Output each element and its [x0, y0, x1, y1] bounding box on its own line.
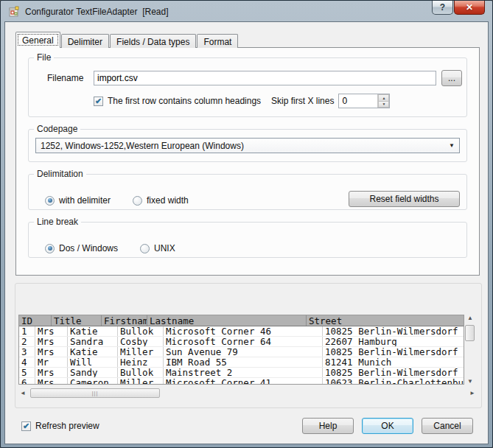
tab-general[interactable]: General [15, 32, 60, 48]
table-row[interactable]: 3 Mrs Katie Miller Sun Avenue 79 10825 B… [19, 347, 464, 357]
skip-lines-input[interactable] [339, 94, 377, 108]
preview-panel: IDTitleFirstnameLastnameStreetPostalCode… [15, 283, 482, 408]
scroll-left-icon[interactable]: ◄ [20, 390, 26, 396]
cell-postalcode-city: 10825 Berlin-Wilmersdorf [323, 326, 464, 336]
cell-lastname: Miller [118, 378, 164, 385]
preview-column-header: Title [52, 315, 102, 326]
first-row-checkbox[interactable]: ✔ [94, 97, 103, 106]
file-group-label: File [34, 52, 54, 63]
cell-firstname: Katie [68, 326, 118, 336]
horizontal-scrollbar-thumb[interactable]: ||| [30, 388, 160, 398]
preview-table-header: IDTitleFirstnameLastnameStreetPostalCode… [19, 315, 464, 326]
cell-lastname: Cosby [118, 337, 164, 346]
radio-fixed-width-label: fixed width [147, 195, 189, 206]
table-row[interactable]: 4 Mr Will Heinz IBM Road 55 81241 Munich [19, 357, 464, 368]
delimitation-group: Delimitation with delimiter fixed width … [28, 169, 467, 210]
reset-field-widths-button[interactable]: Reset field widths [349, 191, 460, 207]
cell-title: Mrs [35, 368, 68, 377]
cell-postalcode-city: 22607 Hamburg [323, 337, 464, 346]
check-icon: ✔ [23, 422, 29, 430]
tab-format[interactable]: Format [197, 34, 238, 48]
cell-street: Sun Avenue 79 [164, 347, 323, 357]
scroll-right-icon[interactable]: ► [469, 390, 475, 396]
cell-id: 4 [19, 357, 35, 367]
cell-street: Microsoft Corner 41 [164, 378, 323, 385]
delimitation-group-label: Delimitation [34, 169, 86, 179]
radio-dos-windows[interactable] [45, 244, 55, 253]
spinner-down-icon: ▼ [382, 102, 385, 106]
cell-firstname: Cameron [68, 378, 118, 385]
cell-title: Mrs [35, 326, 68, 336]
cell-lastname: Miller [118, 347, 164, 357]
tab-strip: General Delimiter Fields / Data types Fo… [15, 32, 488, 48]
table-row[interactable]: 1 Mrs Katie Bullok Microsoft Corner 46 1… [19, 326, 464, 337]
radio-with-delimiter-label: with delimiter [59, 195, 111, 206]
preview-column-header: Lastname [147, 315, 307, 326]
codepage-selected-value: 1252, Windows-1252,Western European (Win… [41, 141, 449, 151]
cell-street: Microsoft Corner 46 [164, 326, 323, 336]
codepage-select[interactable]: 1252, Windows-1252,Western European (Win… [35, 138, 460, 153]
refresh-preview-label: Refresh preview [35, 421, 99, 431]
first-row-checkbox-label: The first row contains column headings [108, 96, 261, 106]
cell-title: Mrs [35, 347, 68, 357]
filename-input[interactable] [94, 71, 436, 85]
tab-page-general: File Filename ... ✔ The first row contai… [15, 47, 480, 276]
preview-column-header: ID [19, 315, 52, 326]
preview-table-body: 1 Mrs Katie Bullok Microsoft Corner 46 1… [19, 326, 464, 385]
skip-lines-stepper: ▲ ▼ [338, 94, 390, 108]
cell-firstname: Sandra [68, 337, 118, 346]
radio-with-delimiter[interactable] [45, 196, 55, 206]
vertical-scrollbar-thumb[interactable] [465, 325, 475, 341]
spinner-down-button[interactable]: ▼ [378, 102, 389, 108]
close-icon: ✕ [466, 2, 473, 13]
table-row[interactable]: 6 Mrs Cameron Miller Microsoft Corner 41… [19, 378, 464, 385]
help-button[interactable]: Help [302, 418, 354, 434]
cell-firstname: Will [68, 357, 118, 367]
table-row[interactable]: 2 Mrs Sandra Cosby Microsoft Corner 64 2… [19, 337, 464, 347]
tab-delimiter[interactable]: Delimiter [61, 34, 109, 48]
linebreak-group: Line break Dos / Windows UNIX [28, 217, 467, 258]
cell-title: Mrs [35, 378, 68, 385]
preview-table[interactable]: IDTitleFirstnameLastnameStreetPostalCode… [18, 315, 464, 385]
radio-unix-label: UNIX [154, 243, 175, 253]
cell-lastname: Heinz [118, 357, 164, 367]
cell-postalcode-city: 81241 Munich [323, 357, 464, 367]
filename-label: Filename [47, 73, 94, 83]
scroll-up-icon[interactable]: ▲ [467, 315, 473, 321]
cell-postalcode-city: 10825 Berlin-Wilmersdorf [323, 368, 464, 377]
help-caption-button[interactable]: ? [432, 1, 453, 15]
close-button[interactable]: ✕ [454, 1, 485, 15]
radio-dos-windows-label: Dos / Windows [59, 243, 118, 253]
cell-title: Mr [35, 357, 68, 367]
scrollbar-grip-icon: ||| [92, 391, 98, 396]
codepage-group: Codepage 1252, Windows-1252,Western Euro… [28, 124, 467, 162]
codepage-group-label: Codepage [34, 124, 80, 134]
ok-button[interactable]: OK [362, 418, 413, 434]
cell-id: 2 [19, 337, 35, 346]
cell-street: IBM Road 55 [164, 357, 323, 367]
browse-button[interactable]: ... [441, 70, 462, 86]
horizontal-scrollbar[interactable]: ◄ ||| ► [18, 388, 477, 399]
linebreak-group-label: Line break [34, 217, 81, 227]
dialog-client-area: General Delimiter Fields / Data types Fo… [4, 21, 489, 444]
cell-street: Mainstreet 2 [164, 368, 323, 377]
tab-fields-data-types[interactable]: Fields / Data types [110, 34, 196, 48]
help-icon: ? [440, 2, 445, 13]
cell-lastname: Bullok [118, 326, 164, 336]
refresh-preview-checkbox[interactable]: ✔ [21, 421, 31, 431]
cell-firstname: Sandy [68, 368, 118, 377]
vertical-scrollbar[interactable]: ▲ ▼ [464, 315, 476, 385]
spinner-up-button[interactable]: ▲ [378, 94, 389, 102]
scroll-down-icon[interactable]: ▼ [467, 378, 473, 385]
cancel-button[interactable]: Cancel [422, 418, 473, 434]
cell-firstname: Katie [68, 347, 118, 357]
preview-column-header: Firstname [102, 315, 147, 326]
radio-fixed-width[interactable] [133, 196, 142, 206]
spinner-up-icon: ▲ [382, 96, 385, 100]
dialog-window: Configurator TextFileAdapter [Read] ? ✕ … [0, 0, 493, 448]
titlebar[interactable]: Configurator TextFileAdapter [Read] ? ✕ [4, 1, 489, 21]
cell-id: 6 [19, 378, 35, 385]
table-row[interactable]: 5 Mrs Sandy Bullok Mainstreet 2 10825 Be… [19, 368, 464, 378]
caption-buttons: ? ✕ [432, 1, 485, 15]
radio-unix[interactable] [140, 244, 150, 253]
